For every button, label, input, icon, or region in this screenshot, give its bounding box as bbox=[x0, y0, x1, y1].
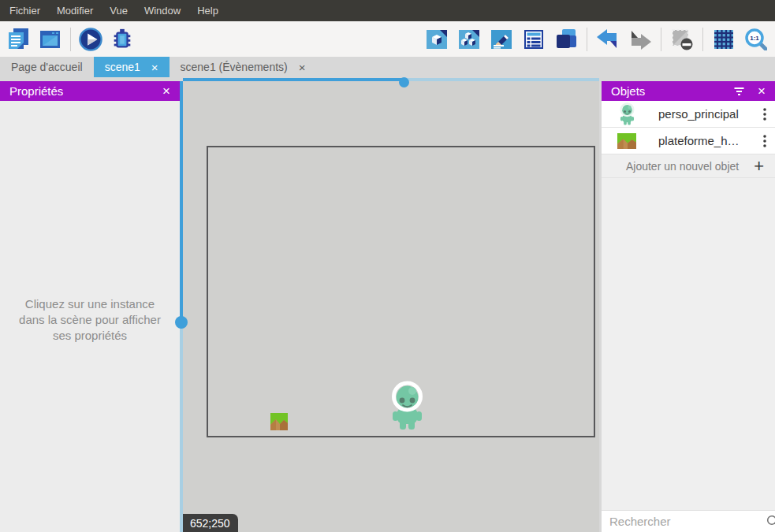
edit-scene-icon[interactable] bbox=[490, 27, 513, 52]
layers-icon[interactable] bbox=[554, 27, 578, 52]
tab-label: scene1 (Évènements) bbox=[181, 61, 288, 73]
objects-panel-header: Objets × bbox=[602, 81, 775, 101]
object-name: perso_principal bbox=[658, 107, 755, 121]
tab-bar: Page d'accueil scene1 × scene1 (Évènemen… bbox=[0, 57, 775, 77]
cursor-coordinates-badge: 652;250 bbox=[183, 514, 238, 532]
toolbar: 1:1 bbox=[0, 21, 775, 57]
objects-panel-title: Objets bbox=[611, 84, 645, 98]
toolbar-separator bbox=[702, 28, 703, 51]
tab-label: scene1 bbox=[105, 61, 140, 73]
tab-scene1[interactable]: scene1 × bbox=[94, 57, 170, 77]
character-instance[interactable] bbox=[391, 381, 423, 430]
close-icon[interactable]: × bbox=[758, 84, 766, 98]
close-icon[interactable]: × bbox=[162, 84, 170, 98]
tab-scene1-evenements[interactable]: scene1 (Évènements) × bbox=[170, 57, 317, 77]
svg-text:1:1: 1:1 bbox=[750, 35, 759, 42]
object-menu-kebab-icon[interactable] bbox=[755, 135, 775, 147]
menu-fichier[interactable]: Fichier bbox=[7, 3, 43, 18]
object-row-perso-principal[interactable]: perso_principal bbox=[602, 101, 775, 128]
play-icon[interactable] bbox=[79, 27, 102, 52]
tab-close-icon[interactable]: × bbox=[151, 61, 158, 74]
properties-panel: Propriétés × Cliquez sur une instance da… bbox=[0, 81, 180, 532]
search-icon[interactable] bbox=[766, 515, 775, 528]
redo-icon[interactable] bbox=[628, 27, 652, 52]
objects-panel: Objets × bbox=[602, 81, 775, 532]
plus-icon: + bbox=[754, 158, 764, 175]
horizontal-split-handle[interactable] bbox=[399, 77, 409, 87]
add-object-button[interactable]: Ajouter un nouvel objet + bbox=[602, 154, 775, 178]
toolbar-left-group bbox=[7, 27, 134, 52]
objects-search-bar bbox=[602, 510, 775, 532]
object-row-plateforme[interactable]: plateforme_h… bbox=[602, 128, 775, 154]
project-manager-icon[interactable] bbox=[7, 27, 31, 52]
tab-label: Page d'accueil bbox=[11, 61, 83, 73]
gdevelop-window: Fichier Modifier Vue Window Help bbox=[0, 0, 775, 532]
filter-icon[interactable] bbox=[733, 87, 745, 96]
menu-modifier[interactable]: Modifier bbox=[54, 3, 95, 18]
add-object-label: Ajouter un nouvel objet bbox=[611, 160, 754, 173]
objects-panel-body bbox=[602, 178, 775, 510]
grid-icon[interactable] bbox=[712, 27, 736, 52]
object-groups-icon[interactable] bbox=[457, 27, 481, 52]
object-name: plateforme_h… bbox=[658, 134, 755, 147]
menu-vue[interactable]: Vue bbox=[107, 3, 130, 18]
toolbar-right-group: 1:1 bbox=[425, 27, 768, 52]
zoom-ratio-icon[interactable]: 1:1 bbox=[744, 27, 768, 52]
toolbar-separator bbox=[587, 28, 587, 51]
alien-character-sprite-icon bbox=[617, 102, 636, 125]
scene-window-icon[interactable] bbox=[39, 27, 62, 52]
grass-platform-sprite-icon bbox=[617, 133, 636, 149]
properties-panel-title: Propriétés bbox=[9, 84, 63, 98]
objects-editor-icon[interactable] bbox=[425, 27, 449, 52]
vertical-split-handle[interactable] bbox=[175, 316, 188, 329]
clear-selection-icon[interactable] bbox=[670, 27, 694, 52]
undo-icon[interactable] bbox=[596, 27, 620, 52]
tab-page-accueil[interactable]: Page d'accueil bbox=[0, 57, 94, 77]
debug-icon[interactable] bbox=[110, 27, 134, 52]
properties-empty-message: Cliquez sur une instance dans la scène p… bbox=[0, 296, 180, 344]
scene-editor-canvas[interactable]: 652;250 bbox=[183, 81, 599, 532]
menu-window[interactable]: Window bbox=[142, 3, 183, 18]
menu-help[interactable]: Help bbox=[195, 3, 221, 18]
toolbar-separator bbox=[70, 28, 71, 51]
menu-bar: Fichier Modifier Vue Window Help bbox=[0, 0, 775, 21]
object-menu-kebab-icon[interactable] bbox=[755, 108, 775, 121]
instances-list-icon[interactable] bbox=[522, 27, 546, 52]
search-input[interactable] bbox=[609, 515, 766, 528]
toolbar-separator bbox=[661, 28, 661, 51]
tab-close-icon[interactable]: × bbox=[299, 61, 306, 74]
properties-panel-header: Propriétés × bbox=[0, 81, 180, 101]
platform-instance[interactable] bbox=[270, 413, 288, 430]
main-area: Propriétés × Cliquez sur une instance da… bbox=[0, 77, 775, 532]
